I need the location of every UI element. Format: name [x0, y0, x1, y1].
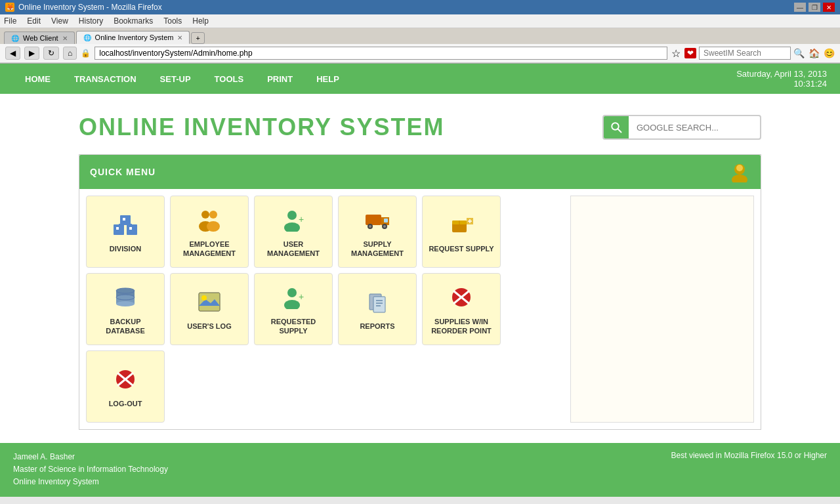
nav-tools[interactable]: TOOLS [203, 66, 256, 92]
menu-file[interactable]: File [4, 16, 16, 26]
menu-edit[interactable]: Edit [27, 16, 41, 26]
nav-setup[interactable]: SET-UP [148, 66, 203, 92]
google-search-box [602, 115, 761, 140]
back-button[interactable]: ◀ [5, 47, 20, 60]
browser-search-button[interactable]: 🔍 [793, 48, 805, 58]
request-supply-label: REQUEST SUPPLY [429, 244, 494, 253]
svg-text:+: + [299, 214, 304, 224]
supplies-reorder-icon [448, 285, 474, 312]
tab-close-web-client[interactable]: ✕ [62, 35, 68, 42]
users-log-icon [196, 290, 222, 316]
user-management-label: USER MANAGEMENT [260, 240, 327, 259]
supply-management-label: SUPPLY MANAGEMENT [344, 240, 411, 259]
tab-bar: 🌐 Web Client ✕ 🌐 Online Inventory System… [0, 28, 840, 44]
page-content: ONLINE INVENTORY SYSTEM QUICK MENU [0, 94, 840, 443]
menu-item-division[interactable]: DIVISION [86, 196, 165, 268]
division-icon [112, 213, 138, 239]
sweetim-icon: ❤ [684, 48, 696, 58]
svg-line-1 [618, 129, 621, 132]
google-search-input[interactable] [629, 119, 760, 136]
svg-point-19 [284, 222, 300, 232]
quick-menu-body: DIVISION EMPLOYEE MANAGEMENT [79, 189, 761, 429]
browser-icon: 🦊 [5, 3, 14, 12]
svg-point-18 [287, 211, 297, 220]
svg-point-4 [732, 175, 747, 182]
menu-view[interactable]: View [51, 16, 68, 26]
requested-supply-icon: + [280, 285, 306, 312]
menu-item-request-supply[interactable]: REQUEST SUPPLY [422, 196, 501, 268]
tab-close-inventory[interactable]: ✕ [177, 34, 182, 41]
svg-rect-9 [116, 227, 119, 230]
restore-button[interactable]: ❐ [808, 3, 820, 12]
menu-item-users-log[interactable]: USER'S LOG [170, 273, 249, 345]
menu-item-user-management[interactable]: + USER MANAGEMENT [254, 196, 333, 268]
users-log-label: USER'S LOG [187, 322, 231, 331]
svg-rect-11 [123, 218, 125, 220]
menu-item-employee-management[interactable]: EMPLOYEE MANAGEMENT [170, 196, 249, 268]
footer-left: Jameel A. Basher Master of Science in In… [13, 451, 168, 489]
menu-item-requested-supply[interactable]: + REQUESTED SUPPLY [254, 273, 333, 345]
quick-menu-title: QUICK MENU [90, 167, 156, 177]
menu-history[interactable]: History [79, 16, 103, 26]
menu-item-logout[interactable]: LOG-OUT [86, 350, 165, 423]
request-supply-icon [448, 213, 474, 239]
division-label: DIVISION [110, 244, 141, 253]
svg-point-3 [736, 165, 743, 171]
page-title: ONLINE INVENTORY SYSTEM [79, 114, 444, 141]
employee-management-icon [196, 208, 222, 234]
minimize-button[interactable]: — [794, 3, 806, 12]
backup-database-label: BACKUP DATABASE [92, 317, 159, 336]
nav-home[interactable]: HOME [13, 66, 62, 92]
user-management-icon: + [280, 208, 306, 234]
menu-item-reports[interactable]: REPORTS [338, 273, 417, 345]
window-controls[interactable]: — ❐ ✕ [794, 3, 835, 12]
svg-point-46 [284, 300, 300, 309]
tab-web-client[interactable]: 🌐 Web Client ✕ [4, 32, 75, 44]
nav-print[interactable]: PRINT [255, 66, 304, 92]
home-button[interactable]: ⌂ [63, 47, 77, 60]
menu-tools[interactable]: Tools [163, 16, 182, 26]
supplies-reorder-label: SUPPLIES W/IN REORDER POINT [428, 317, 495, 336]
refresh-button[interactable]: ↻ [43, 47, 59, 60]
footer-title: Master of Science in Information Technol… [13, 463, 168, 476]
browser-home-icon[interactable]: 🏠 [808, 48, 820, 58]
close-button[interactable]: ✕ [823, 3, 835, 12]
time-display: 10:31:24 [736, 79, 827, 89]
menu-item-supply-management[interactable]: SUPPLY MANAGEMENT [338, 196, 417, 268]
new-tab-button[interactable]: + [191, 32, 204, 44]
backup-database-icon [112, 285, 138, 312]
address-bar: ◀ ▶ ↻ ⌂ 🔒 ☆ ❤ 🔍 🏠 😊 [0, 44, 840, 63]
forward-button[interactable]: ▶ [24, 47, 39, 60]
main-navigation: HOME TRANSACTION SET-UP TOOLS PRINT HELP… [0, 64, 840, 94]
nav-links: HOME TRANSACTION SET-UP TOOLS PRINT HELP [13, 66, 351, 92]
footer: Jameel A. Basher Master of Science in In… [0, 443, 840, 497]
svg-point-45 [287, 288, 297, 297]
menu-bookmarks[interactable]: Bookmarks [114, 16, 153, 26]
ssl-icon: 🔒 [81, 49, 91, 58]
reports-icon [364, 290, 390, 316]
menu-bar: File Edit View History Bookmarks Tools H… [0, 14, 840, 28]
tab-inventory[interactable]: 🌐 Online Inventory System ✕ [76, 31, 190, 44]
menu-item-supplies-reorder[interactable]: SUPPLIES W/IN REORDER POINT [422, 273, 501, 345]
user-avatar-icon [729, 161, 750, 182]
svg-rect-49 [373, 297, 385, 312]
nav-transaction[interactable]: TRANSACTION [62, 66, 148, 92]
quick-menu-container: QUICK MENU [79, 154, 761, 430]
menu-help[interactable]: Help [192, 16, 209, 26]
nav-help[interactable]: HELP [304, 66, 351, 92]
quick-menu-grid: DIVISION EMPLOYEE MANAGEMENT [79, 189, 570, 429]
svg-point-44 [201, 295, 207, 301]
svg-point-27 [383, 225, 386, 228]
svg-point-25 [369, 225, 371, 228]
bookmark-star[interactable]: ☆ [671, 47, 681, 60]
menu-item-backup-database[interactable]: BACKUP DATABASE [86, 273, 165, 345]
footer-app-name: Online Inventory System [13, 476, 168, 488]
svg-point-14 [201, 211, 209, 219]
svg-point-38 [116, 301, 135, 306]
browser-user-icon[interactable]: 😊 [824, 48, 835, 58]
address-input[interactable] [94, 47, 667, 60]
browser-search-input[interactable] [699, 47, 791, 60]
quick-menu-header: QUICK MENU [79, 155, 761, 189]
datetime-display: Saturday, April 13, 2013 10:31:24 [736, 64, 827, 94]
reports-label: REPORTS [360, 322, 394, 331]
